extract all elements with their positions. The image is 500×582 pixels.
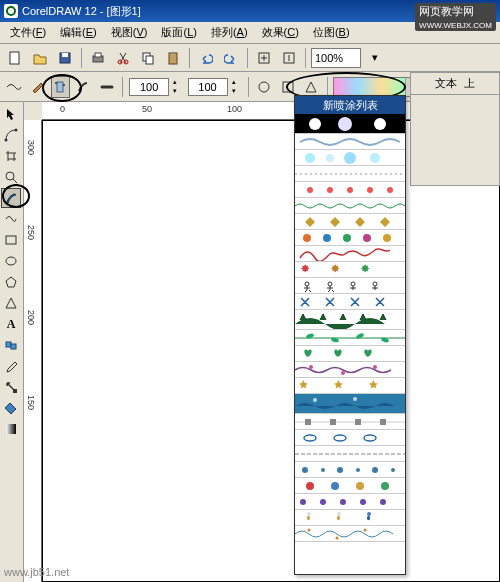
crop-tool[interactable] <box>1 146 21 166</box>
spray-item[interactable] <box>295 446 405 462</box>
eyedropper-tool[interactable] <box>1 356 21 376</box>
spray-item[interactable] <box>295 494 405 510</box>
spray-item[interactable] <box>295 246 405 262</box>
export-button[interactable] <box>278 47 300 69</box>
svg-point-31 <box>305 153 315 163</box>
spray-item[interactable] <box>295 134 405 150</box>
size-input-2[interactable] <box>188 78 228 96</box>
spray-item[interactable] <box>295 462 405 478</box>
open-button[interactable] <box>29 47 51 69</box>
spray-item[interactable] <box>295 262 405 278</box>
svg-point-40 <box>303 234 311 242</box>
spray-item[interactable] <box>295 278 405 294</box>
svg-rect-61 <box>355 419 361 425</box>
undo-button[interactable] <box>195 47 217 69</box>
svg-point-41 <box>323 234 331 242</box>
spray-item[interactable] <box>295 362 405 378</box>
svg-rect-22 <box>6 236 16 244</box>
interactive-blend-tool[interactable] <box>1 335 21 355</box>
save-button[interactable] <box>54 47 76 69</box>
spray-item[interactable] <box>295 414 405 430</box>
spray-item[interactable] <box>295 198 405 214</box>
text-tool[interactable]: A <box>1 314 21 334</box>
copy-button[interactable] <box>137 47 159 69</box>
outline-tool[interactable] <box>1 377 21 397</box>
ruler-vertical: 300 250 200 150 <box>24 120 42 582</box>
menu-arrange[interactable]: 排列(A) <box>205 23 254 42</box>
spray-item[interactable] <box>295 378 405 394</box>
menu-view[interactable]: 视图(V) <box>105 23 154 42</box>
fill-tool[interactable] <box>1 398 21 418</box>
svg-point-43 <box>363 234 371 242</box>
zoom-tool[interactable] <box>1 167 21 187</box>
svg-rect-13 <box>57 82 63 92</box>
new-button[interactable] <box>4 47 26 69</box>
svg-rect-62 <box>380 419 386 425</box>
svg-point-32 <box>326 154 334 162</box>
shape-tool[interactable] <box>1 125 21 145</box>
basic-shapes-tool[interactable] <box>1 293 21 313</box>
svg-point-19 <box>5 139 8 142</box>
spraylist-dropdown[interactable]: ▾ <box>333 77 420 97</box>
zoom-dropdown[interactable]: ▾ <box>364 47 386 69</box>
spray-item[interactable] <box>295 478 405 494</box>
svg-point-57 <box>313 398 317 402</box>
svg-point-68 <box>337 467 343 473</box>
rectangle-tool[interactable] <box>1 230 21 250</box>
import-button[interactable] <box>253 47 275 69</box>
interactive-fill-tool[interactable] <box>1 419 21 439</box>
spray-item[interactable] <box>295 526 405 542</box>
menu-effects[interactable]: 效果(C) <box>256 23 305 42</box>
spray-item[interactable] <box>295 182 405 198</box>
spray-item[interactable] <box>295 214 405 230</box>
drawing-canvas[interactable] <box>42 120 500 582</box>
svg-point-63 <box>304 435 316 441</box>
svg-point-48 <box>373 282 377 286</box>
svg-point-15 <box>63 84 65 86</box>
spray-item[interactable] <box>295 166 405 182</box>
spraylist-items[interactable] <box>295 114 405 574</box>
cut-button[interactable] <box>112 47 134 69</box>
spray-item[interactable] <box>295 114 405 134</box>
spray-item[interactable] <box>295 346 405 362</box>
svg-point-14 <box>55 82 57 84</box>
size-input-1[interactable] <box>129 78 169 96</box>
spray-item[interactable] <box>295 150 405 166</box>
zoom-level[interactable]: 100% <box>311 48 361 68</box>
polygon-tool[interactable] <box>1 272 21 292</box>
svg-point-65 <box>364 435 376 441</box>
print-button[interactable] <box>87 47 109 69</box>
menu-edit[interactable]: 编辑(E) <box>54 23 103 42</box>
sprayer-button[interactable] <box>51 76 70 98</box>
redo-button[interactable] <box>220 47 242 69</box>
svg-rect-60 <box>330 419 336 425</box>
spray-item[interactable] <box>295 294 405 310</box>
spray-item[interactable] <box>295 230 405 246</box>
docker-tabs[interactable]: 文本 上 <box>411 73 499 95</box>
svg-point-16 <box>259 82 269 92</box>
standard-toolbar: 100% ▾ <box>0 44 500 72</box>
pick-tool[interactable] <box>1 104 21 124</box>
right-docker: 文本 上 <box>410 72 500 186</box>
spray-item[interactable] <box>295 430 405 446</box>
menu-bitmap[interactable]: 位图(B) <box>307 23 356 42</box>
menu-layout[interactable]: 版面(L) <box>155 23 202 42</box>
menu-file[interactable]: 文件(F) <box>4 23 52 42</box>
brush-button[interactable] <box>27 76 46 98</box>
svg-point-33 <box>344 152 356 164</box>
artistic-media-tool[interactable] <box>1 188 21 208</box>
spray-item[interactable] <box>295 330 405 346</box>
svg-point-38 <box>367 187 373 193</box>
smart-draw-tool[interactable] <box>1 209 21 229</box>
svg-point-78 <box>367 512 371 516</box>
preset-button[interactable] <box>4 76 23 98</box>
pressure-button[interactable] <box>97 76 116 98</box>
ellipse-tool[interactable] <box>1 251 21 271</box>
paste-button[interactable] <box>162 47 184 69</box>
calligraphic-button[interactable] <box>74 76 93 98</box>
spray-item[interactable] <box>295 310 405 330</box>
spray-item[interactable] <box>295 394 405 414</box>
prop-btn-a[interactable] <box>255 76 274 98</box>
spray-item[interactable] <box>295 510 405 526</box>
window-title: CorelDRAW 12 - [图形1] <box>22 4 141 19</box>
